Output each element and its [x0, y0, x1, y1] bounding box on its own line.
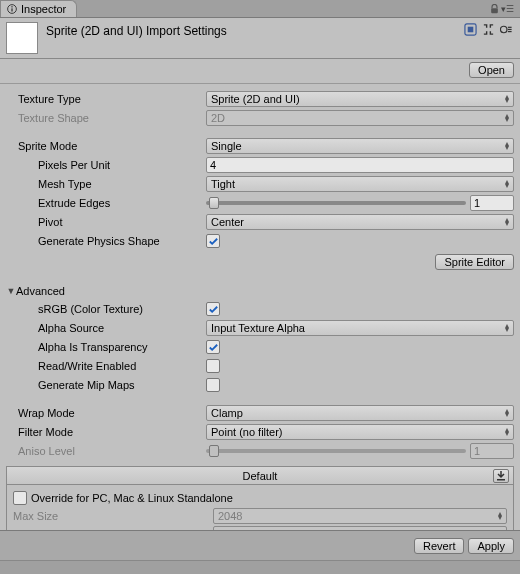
svg-rect-8	[508, 29, 512, 30]
read-write-label: Read/Write Enabled	[6, 360, 206, 372]
extrude-input[interactable]	[470, 195, 514, 211]
wrap-mode-label: Wrap Mode	[6, 407, 206, 419]
foldout-arrow-icon: ▼	[6, 286, 16, 296]
svg-rect-10	[497, 479, 505, 481]
help-icon[interactable]	[499, 22, 514, 37]
info-icon	[7, 4, 17, 14]
extrude-slider[interactable]	[206, 195, 466, 211]
platform-panel: Default Override for PC, Mac & Linux Sta…	[6, 466, 514, 530]
gen-physics-checkbox[interactable]	[206, 234, 220, 248]
apply-button[interactable]: Apply	[468, 538, 514, 554]
filter-mode-select[interactable]: Point (no filter)▴▾	[206, 424, 514, 440]
sprite-mode-label: Sprite Mode	[6, 140, 206, 152]
sprite-editor-button[interactable]: Sprite Editor	[435, 254, 514, 270]
alpha-trans-label: Alpha Is Transparency	[6, 341, 206, 353]
max-size-select: 2048▴▾	[213, 508, 507, 524]
gen-mip-label: Generate Mip Maps	[6, 379, 206, 391]
aniso-label: Aniso Level	[6, 445, 206, 457]
asset-thumbnail	[6, 22, 38, 54]
asset-bundle-icon[interactable]	[463, 22, 478, 37]
tab-label: Inspector	[21, 3, 66, 15]
revert-button[interactable]: Revert	[414, 538, 464, 554]
aniso-input	[470, 443, 514, 459]
wrap-mode-select[interactable]: Clamp▴▾	[206, 405, 514, 421]
ppu-label: Pixels Per Unit	[6, 159, 206, 171]
download-icon[interactable]	[493, 469, 509, 483]
mesh-type-label: Mesh Type	[6, 178, 206, 190]
alpha-source-select[interactable]: Input Texture Alpha▴▾	[206, 320, 514, 336]
filter-mode-label: Filter Mode	[6, 426, 206, 438]
preset-icon[interactable]	[481, 22, 496, 37]
status-strip	[0, 560, 520, 574]
svg-rect-2	[11, 6, 12, 7]
inspector-tab[interactable]: Inspector	[0, 0, 77, 17]
svg-rect-5	[468, 27, 474, 33]
advanced-foldout[interactable]: ▼ Advanced	[6, 282, 514, 300]
srgb-checkbox[interactable]	[206, 302, 220, 316]
alpha-source-label: Alpha Source	[6, 322, 206, 334]
texture-type-label: Texture Type	[6, 93, 206, 105]
svg-rect-7	[508, 27, 512, 28]
override-checkbox[interactable]	[13, 491, 27, 505]
srgb-label: sRGB (Color Texture)	[6, 303, 206, 315]
lock-icon[interactable]	[490, 4, 499, 14]
svg-rect-3	[491, 8, 498, 13]
asset-title: Sprite (2D and UI) Import Settings	[46, 22, 463, 38]
platform-tab[interactable]: Default	[7, 467, 513, 485]
resize-select: Mitchell▴▾	[213, 526, 507, 530]
pivot-select[interactable]: Center▴▾	[206, 214, 514, 230]
svg-rect-9	[508, 31, 512, 32]
svg-rect-1	[11, 8, 12, 11]
pivot-label: Pivot	[6, 216, 206, 228]
ppu-input[interactable]	[206, 157, 514, 173]
override-label: Override for PC, Mac & Linux Standalone	[31, 492, 233, 504]
alpha-trans-checkbox[interactable]	[206, 340, 220, 354]
titlebar: Inspector ▾☰	[0, 0, 520, 18]
footer: Revert Apply	[0, 530, 520, 560]
sprite-mode-select[interactable]: Single▴▾	[206, 138, 514, 154]
header: Sprite (2D and UI) Import Settings	[0, 18, 520, 59]
context-menu-icon[interactable]: ▾☰	[501, 4, 514, 14]
texture-type-select[interactable]: Sprite (2D and UI)▴▾	[206, 91, 514, 107]
open-button[interactable]: Open	[469, 62, 514, 78]
max-size-label: Max Size	[13, 510, 213, 522]
mesh-type-select[interactable]: Tight▴▾	[206, 176, 514, 192]
texture-shape-label: Texture Shape	[6, 112, 206, 124]
gen-physics-label: Generate Physics Shape	[6, 235, 206, 247]
aniso-slider	[206, 443, 466, 459]
gen-mip-checkbox[interactable]	[206, 378, 220, 392]
svg-point-6	[500, 26, 507, 33]
extrude-label: Extrude Edges	[6, 197, 206, 209]
texture-shape-select: 2D▴▾	[206, 110, 514, 126]
read-write-checkbox[interactable]	[206, 359, 220, 373]
